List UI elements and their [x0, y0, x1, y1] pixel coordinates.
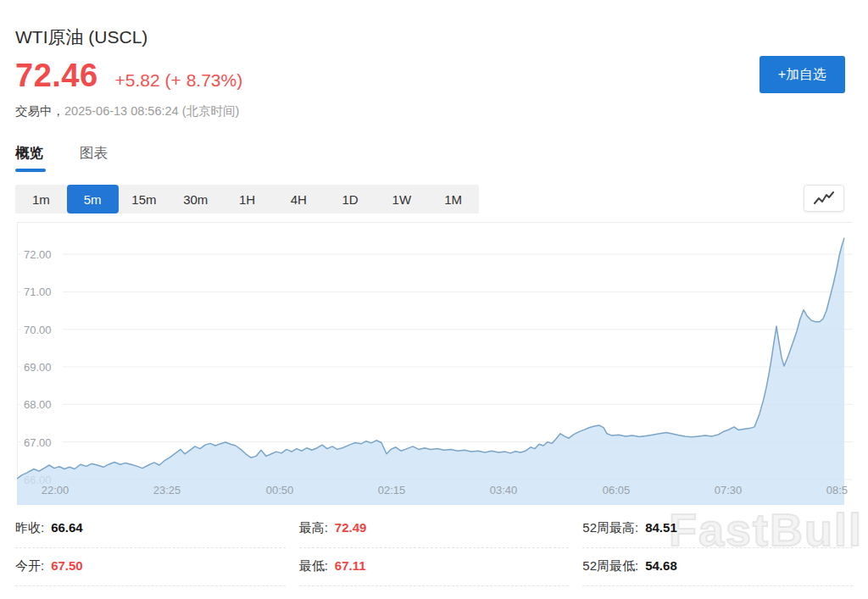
- stats-grid: 昨收: 66.64 最高: 72.49 52周最高: 84.51 今开: 67.…: [15, 510, 853, 586]
- add-watchlist-button[interactable]: +加自选: [760, 56, 845, 93]
- timeframe-5m[interactable]: 5m: [67, 185, 119, 214]
- stat-low: 最低: 67.11: [299, 548, 570, 586]
- svg-text:23:25: 23:25: [153, 484, 181, 496]
- tab-chart[interactable]: 图表: [80, 144, 108, 171]
- svg-text:72.00: 72.00: [24, 248, 52, 261]
- trading-status-row: 交易中，2025-06-13 08:56:24 (北京时间): [15, 103, 239, 119]
- stat-52w-low: 52周最低: 54.68: [582, 548, 853, 586]
- active-tab-indicator: [15, 169, 46, 172]
- stat-value: 67.50: [51, 558, 83, 573]
- svg-text:69.00: 69.00: [24, 361, 52, 374]
- stat-open: 今开: 67.50: [15, 548, 286, 586]
- svg-text:06:05: 06:05: [603, 484, 631, 496]
- stat-52w-high: 52周最高: 84.51: [582, 510, 853, 548]
- timeframe-1m[interactable]: 1m: [15, 185, 67, 214]
- trading-status: 交易中，: [15, 104, 64, 118]
- svg-text:00:50: 00:50: [266, 484, 294, 496]
- instrument-title: WTI原油 (USCL): [15, 25, 147, 49]
- timeframe-bar: 1m 5m 15m 30m 1H 4H 1D 1W 1M: [15, 185, 479, 214]
- stat-high: 最高: 72.49: [299, 510, 570, 548]
- stat-label: 今开:: [15, 558, 44, 574]
- timeframe-1d[interactable]: 1D: [325, 185, 376, 214]
- svg-text:67.00: 67.00: [24, 436, 52, 449]
- timeframe-1w[interactable]: 1W: [376, 185, 427, 214]
- trend-line-icon: [813, 191, 835, 205]
- stat-value: 72.49: [335, 520, 367, 535]
- timeframe-15m[interactable]: 15m: [119, 185, 170, 214]
- stat-label: 昨收:: [15, 520, 44, 536]
- svg-text:71.00: 71.00: [24, 286, 52, 298]
- line-chart-type-button[interactable]: [804, 185, 844, 212]
- svg-text:07:30: 07:30: [715, 484, 743, 496]
- timeframe-30m[interactable]: 30m: [170, 185, 221, 214]
- stat-label: 最低:: [299, 558, 328, 574]
- timeframe-4h[interactable]: 4H: [273, 185, 325, 214]
- stat-label: 52周最高:: [582, 520, 638, 536]
- stat-value: 67.11: [335, 558, 366, 573]
- svg-text:08:5: 08:5: [826, 484, 848, 496]
- svg-text:02:15: 02:15: [378, 484, 406, 496]
- svg-text:03:40: 03:40: [490, 484, 518, 496]
- price-chart[interactable]: 72.0071.0070.0069.0068.0067.0066.0022:00…: [17, 222, 853, 505]
- timeframe-1h[interactable]: 1H: [221, 185, 273, 214]
- quote-timestamp: 2025-06-13 08:56:24 (北京时间): [64, 104, 239, 118]
- tab-overview[interactable]: 概览: [15, 144, 43, 171]
- stat-label: 最高:: [299, 520, 328, 536]
- svg-text:70.00: 70.00: [24, 324, 52, 336]
- price-row: 72.46 +5.82 (+ 8.73%): [15, 58, 242, 94]
- svg-text:22:00: 22:00: [42, 484, 70, 496]
- svg-text:68.00: 68.00: [24, 398, 52, 411]
- stat-label: 52周最低:: [582, 558, 638, 574]
- app-root: WTI原油 (USCL) 72.46 +5.82 (+ 8.73%) 交易中，2…: [0, 0, 868, 599]
- current-price: 72.46: [15, 58, 98, 94]
- tab-bar: 概览 图表: [15, 144, 108, 171]
- stat-value: 66.64: [51, 520, 83, 535]
- stat-value: 84.51: [645, 520, 677, 535]
- stat-value: 54.68: [645, 558, 677, 573]
- timeframe-1m-month[interactable]: 1M: [427, 185, 479, 214]
- price-change: +5.82 (+ 8.73%): [115, 70, 243, 91]
- area-chart-canvas: 72.0071.0070.0069.0068.0067.0066.0022:00…: [17, 222, 853, 505]
- stat-prev-close: 昨收: 66.64: [15, 510, 286, 548]
